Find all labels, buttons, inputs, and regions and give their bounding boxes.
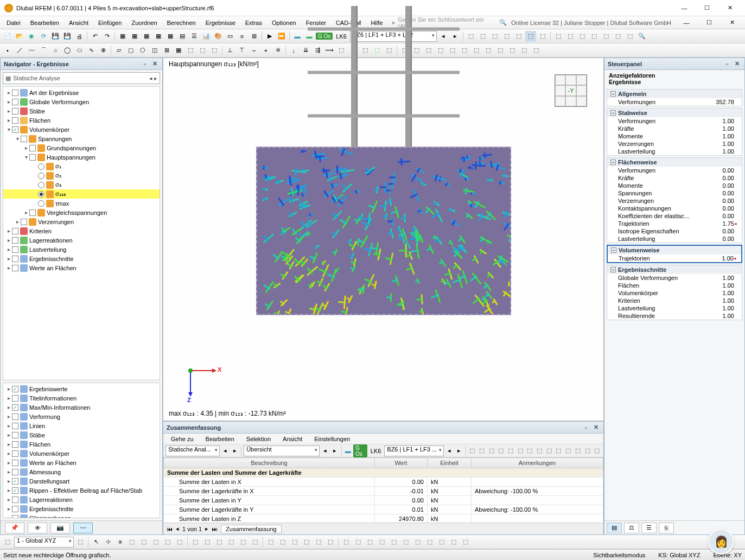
tb2-11[interactable]: ▢ <box>125 45 136 56</box>
factor-row[interactable]: Trajektorien1.00◂ <box>608 254 741 262</box>
tb2-30[interactable]: ⬚ <box>360 45 371 56</box>
run-icon[interactable]: ▶ <box>264 31 275 42</box>
maximize-button[interactable]: ☐ <box>696 1 718 15</box>
tb2-5[interactable]: ○ <box>50 45 61 56</box>
tb3-18[interactable]: ⬚ <box>277 537 288 548</box>
tb2-15[interactable]: ▦ <box>173 45 184 56</box>
bp-bearbeiten[interactable]: Bearbeiten <box>203 435 237 443</box>
bp-einstellungen[interactable]: Einstellungen <box>312 435 352 443</box>
factor-row[interactable]: Verformungen352.78 <box>607 98 742 106</box>
factor-row[interactable]: Momente1.00 <box>607 132 742 140</box>
display-item[interactable]: ▸Ergebnisschnitte <box>3 504 160 513</box>
tb2-44[interactable]: ⬚ <box>531 45 542 56</box>
tb2-26[interactable]: ⇶ <box>312 45 323 56</box>
close-panel-icon[interactable]: ✕ <box>150 60 159 68</box>
prev-icon[interactable]: ◂ <box>438 31 449 42</box>
k-icon[interactable]: ⬚ <box>589 31 600 42</box>
tree-item[interactable]: ▸Ergebnisschnitte <box>3 254 160 263</box>
inner-close-icon[interactable]: ✕ <box>721 16 743 30</box>
table-row[interactable]: Summe der Lasten in X0.00kN <box>164 478 603 487</box>
tb3-28[interactable]: ⬚ <box>400 537 411 548</box>
display-item[interactable]: ▸✓Ergebniswerte <box>3 384 160 393</box>
tb2-14[interactable]: ⊞ <box>161 45 172 56</box>
factor-row[interactable]: Isotrope Eigenschaften0.00 <box>607 227 742 235</box>
page-last-icon[interactable]: ⏭ <box>212 526 218 532</box>
rptab-3[interactable]: ☰ <box>641 523 657 533</box>
g-icon[interactable]: ⬚ <box>537 31 548 42</box>
l-icon[interactable]: ⬚ <box>601 31 612 42</box>
list-icon[interactable]: ☰ <box>189 31 200 42</box>
factor-row[interactable]: Verzerrungen1.00 <box>607 140 742 148</box>
display-item[interactable]: ▸Stäbe <box>3 430 160 440</box>
c-icon[interactable]: ⬚ <box>489 31 500 42</box>
bp-t6[interactable]: ⬚ <box>516 446 525 456</box>
tb3-10[interactable]: ⬚ <box>174 537 185 548</box>
view-cube[interactable]: -Y <box>555 74 587 107</box>
tb2-8[interactable]: ∿ <box>86 45 97 56</box>
factor-row[interactable]: Verformungen0.00 <box>607 167 742 174</box>
tb2-3[interactable]: 〰 <box>26 45 37 56</box>
display-item[interactable]: ▸Lagerreaktionen <box>3 495 160 504</box>
tree-item[interactable]: σ₂ <box>3 171 160 180</box>
table-row[interactable]: Summe der Lasten in Y0.00kN <box>164 496 603 505</box>
rptab-2[interactable]: ⚖ <box>624 523 639 533</box>
menu-extras[interactable]: Extras <box>241 18 266 27</box>
navtab-cam[interactable]: 📷 <box>50 523 70 533</box>
factor-row[interactable]: Lastverteilung1.00 <box>607 304 742 312</box>
factor-row[interactable]: Kräfte0.00 <box>607 174 742 182</box>
summary-table[interactable]: Beschreibung Wert Einheit Anmerkungen Su… <box>163 457 603 523</box>
display-tree[interactable]: ▸✓Ergebniswerte▸Titelinformationen▸✓Max/… <box>3 383 160 518</box>
tb2-31[interactable]: ⬚ <box>372 45 383 56</box>
tb2-9[interactable]: ⊕ <box>98 45 109 56</box>
tb2-35[interactable]: ⬚ <box>423 45 434 56</box>
runall-icon[interactable]: ⏩ <box>276 31 287 42</box>
display-item[interactable]: ▸✓Rippen - Effektiver Beitrag auf Fläche… <box>3 486 160 495</box>
tb2-42[interactable]: ⬚ <box>507 45 518 56</box>
tree-item[interactable]: σ₃ <box>3 180 160 189</box>
menu-berechnen[interactable]: Berechnen <box>163 18 200 27</box>
tb3-15[interactable]: ⬚ <box>238 537 249 548</box>
tb2-22[interactable]: + <box>260 45 271 56</box>
menu-optionen[interactable]: Optionen <box>268 18 301 27</box>
bp-t7[interactable]: ⬚ <box>526 446 534 456</box>
inner-max-icon[interactable]: ☐ <box>698 16 720 30</box>
n-icon[interactable]: ⬚ <box>625 31 635 42</box>
tree-item[interactable]: ▾✓Volumenkörper <box>3 125 160 134</box>
tb3-6[interactable]: ⬚ <box>126 537 137 548</box>
factor-row[interactable]: Volumenkörper1.00 <box>607 289 742 297</box>
a-icon[interactable]: ⬚ <box>466 31 476 42</box>
group-header[interactable]: −Allgemein <box>607 90 742 98</box>
cp-pin-icon[interactable]: ▫ <box>723 60 731 68</box>
tb2-43[interactable]: ⬚ <box>519 45 530 56</box>
bp-vis1[interactable]: ▬ <box>343 446 352 456</box>
tb3-20[interactable]: ⬚ <box>301 537 312 548</box>
bp-t1[interactable]: ⬚ <box>468 446 476 456</box>
tb3-30[interactable]: ⬚ <box>424 537 435 548</box>
menu-fenster[interactable]: Fenster <box>302 18 330 27</box>
display-item[interactable]: ▸Titelinformationen <box>3 393 160 403</box>
factor-row[interactable]: Koeffizienten der elastisc...0.00 <box>607 212 742 220</box>
tb3-8[interactable]: ⬚ <box>150 537 161 548</box>
bp-t9[interactable]: ⬚ <box>545 446 553 456</box>
tree-item[interactable]: ▸Vergleichsspannungen <box>3 208 160 217</box>
navtab-pin[interactable]: 📌 <box>5 523 24 533</box>
tb2-13[interactable]: ◫ <box>149 45 160 56</box>
factor-row[interactable]: Kräfte1.00 <box>607 125 742 132</box>
bp-combo1[interactable]: Statische Anal... <box>165 446 220 456</box>
tb3-26[interactable]: ⬚ <box>377 537 387 548</box>
group-header[interactable]: −Volumenweise <box>608 246 741 254</box>
factor-row[interactable]: Resultierende1.00 <box>607 312 742 320</box>
tb2-39[interactable]: ⬚ <box>471 45 482 56</box>
tb2-32[interactable]: ⬚ <box>384 45 394 56</box>
m-icon[interactable]: ⬚ <box>613 31 623 42</box>
navtab-results[interactable]: 〰 <box>73 523 93 533</box>
tree-item[interactable]: ▸Grundspannungen <box>3 143 160 152</box>
bp-t3[interactable]: ⬚ <box>487 446 496 456</box>
grid4-icon[interactable]: ▦ <box>153 31 164 42</box>
th-einheit[interactable]: Einheit <box>427 458 471 468</box>
tb3-31[interactable]: ⬚ <box>436 537 447 548</box>
th-desc[interactable]: Beschreibung <box>164 458 375 468</box>
tb2-40[interactable]: ⬚ <box>483 45 494 56</box>
tb3-12[interactable]: ⬚ <box>202 537 213 548</box>
cs-combo[interactable]: 1 - Global XYZ <box>14 537 74 548</box>
